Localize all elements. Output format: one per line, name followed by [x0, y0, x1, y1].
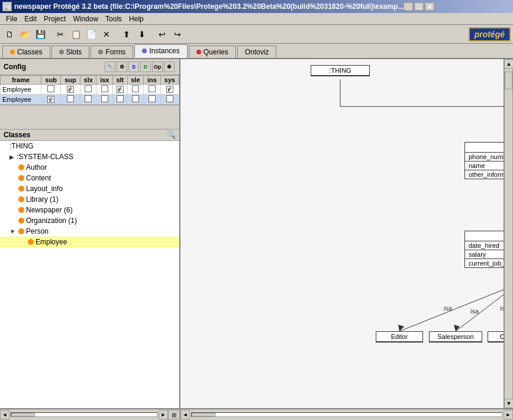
- config-btn-1[interactable]: 🔧: [105, 62, 115, 72]
- save-button[interactable]: 💾: [33, 27, 47, 41]
- vscroll-down[interactable]: ▼: [504, 399, 513, 408]
- cb-slt-0[interactable]: ✓: [117, 86, 124, 93]
- hscroll-left-btn[interactable]: ◄: [0, 410, 9, 419]
- cb-slx-1[interactable]: [85, 95, 92, 102]
- cb-sle-1[interactable]: [132, 95, 139, 102]
- config-btn-d[interactable]: D: [140, 62, 151, 72]
- config-btn-x[interactable]: ✱: [164, 62, 175, 72]
- thing-box[interactable]: :THING: [311, 65, 370, 76]
- maximize-button[interactable]: □: [414, 2, 424, 11]
- cb-sup-0[interactable]: ✓: [67, 86, 74, 93]
- menubar: File Edit Project Window Tools Help: [0, 13, 513, 25]
- tree-dot-employee: [28, 239, 34, 245]
- config-sup-0[interactable]: ✓: [61, 85, 80, 95]
- window-controls: _ □ ✕: [404, 2, 434, 11]
- menu-file[interactable]: File: [2, 14, 21, 24]
- col-sub: sub: [41, 76, 61, 85]
- tree-item-employee[interactable]: Employee: [0, 237, 179, 247]
- tab-slots[interactable]: Slots: [51, 46, 90, 58]
- move-up-button[interactable]: ⬆: [120, 27, 134, 41]
- person-box[interactable]: Person phone_number String name String o…: [464, 142, 504, 179]
- cut-button[interactable]: ✂: [53, 27, 67, 41]
- tab-instances[interactable]: Instances: [134, 44, 187, 58]
- paste-button[interactable]: 📄: [84, 27, 98, 41]
- vertical-scrollbar[interactable]: ▲ ▼: [504, 59, 513, 408]
- vscroll-track[interactable]: [504, 69, 513, 399]
- cb-sub-0[interactable]: [47, 85, 54, 92]
- config-btn-2[interactable]: ⚙: [117, 62, 127, 72]
- vscroll-up[interactable]: ▲: [504, 59, 513, 69]
- tree-item-thing[interactable]: :THING: [0, 141, 179, 151]
- menu-project[interactable]: Project: [40, 14, 69, 24]
- tab-forms[interactable]: Forms: [91, 46, 133, 58]
- person-row-2: other_information String: [465, 170, 504, 179]
- tree-item-content[interactable]: Content: [0, 173, 179, 183]
- salesperson-box[interactable]: Salesperson: [429, 331, 482, 343]
- cb-sub-1[interactable]: ✓: [47, 96, 54, 103]
- config-row-1: Employee ✓: [1, 95, 179, 105]
- hscroll-right[interactable]: ◄ ►: [180, 409, 513, 420]
- svg-marker-9: [398, 325, 404, 331]
- person-attr-2: other_information: [465, 170, 504, 179]
- hscroll-right-track[interactable]: [191, 412, 502, 417]
- employee-box[interactable]: Employee date_hired String salary Float …: [464, 231, 504, 268]
- svg-text:isa: isa: [470, 308, 479, 315]
- columnist-box[interactable]: Columnist: [488, 331, 504, 343]
- tree-item-library[interactable]: Library (1): [0, 194, 179, 205]
- config-btn-s[interactable]: S: [128, 62, 139, 72]
- cb-sys-1[interactable]: [166, 95, 173, 102]
- open-button[interactable]: 📂: [18, 27, 32, 41]
- forms-tab-icon: [98, 50, 103, 54]
- new-button[interactable]: 🗋: [2, 27, 17, 41]
- config-sub-0[interactable]: [41, 85, 61, 95]
- cb-isx-1[interactable]: [101, 95, 108, 102]
- tab-classes[interactable]: Classes: [2, 46, 50, 58]
- expand-btn[interactable]: ⊞: [168, 410, 180, 419]
- tree-item-layout[interactable]: Layout_info: [0, 183, 179, 194]
- close-button[interactable]: ✕: [425, 2, 434, 11]
- minimize-button[interactable]: _: [404, 2, 413, 11]
- cb-ins-1[interactable]: [149, 95, 156, 102]
- hscroll-left-track[interactable]: [11, 412, 157, 417]
- classes-search-icon[interactable]: 🔍: [167, 131, 176, 139]
- col-slx: slx: [80, 76, 96, 85]
- copy-button[interactable]: 📋: [69, 27, 83, 41]
- tree-item-newspaper[interactable]: Newspaper (6): [0, 205, 179, 215]
- menu-window[interactable]: Window: [69, 14, 102, 24]
- hscroll-left[interactable]: ◄ ► ⊞: [0, 409, 180, 420]
- tab-queries[interactable]: Queries: [189, 46, 236, 58]
- tree-label-org: Organization (1): [26, 217, 77, 225]
- hscroll-right-thumb[interactable]: [192, 413, 215, 416]
- tree-item-organization[interactable]: Organization (1): [0, 215, 179, 226]
- menu-help[interactable]: Help: [125, 14, 147, 24]
- delete-button[interactable]: ✕: [99, 27, 114, 41]
- tree-item-system-class[interactable]: ▶ :SYSTEM-CLASS: [0, 151, 179, 162]
- editor-box[interactable]: Editor: [376, 331, 423, 343]
- diagram-panel[interactable]: isa isa isa isa isa: [180, 59, 504, 408]
- menu-tools[interactable]: Tools: [102, 14, 125, 24]
- window-title: newspaper Protégé 3.2 beta (file:C:\Prog…: [14, 2, 404, 11]
- cb-sys-0[interactable]: ✓: [166, 86, 173, 93]
- cb-ins-0[interactable]: [149, 85, 156, 92]
- tab-ontoviz-label: Ontoviz: [245, 48, 269, 56]
- config-btn-op[interactable]: Op: [152, 62, 163, 72]
- move-down-button[interactable]: ⬇: [135, 27, 149, 41]
- hscroll-right-right-btn[interactable]: ►: [504, 410, 513, 419]
- hscroll-right-left-btn[interactable]: ◄: [180, 410, 190, 419]
- menu-edit[interactable]: Edit: [21, 14, 40, 24]
- hscroll-left-thumb[interactable]: [11, 413, 35, 416]
- redo-button[interactable]: ↪: [170, 27, 185, 41]
- cb-isx-0[interactable]: [101, 85, 108, 92]
- col-sle: sle: [127, 76, 144, 85]
- undo-button[interactable]: ↩: [155, 27, 169, 41]
- hscroll-right-btn[interactable]: ►: [159, 410, 168, 419]
- vscroll-thumb[interactable]: [505, 72, 512, 89]
- tab-ontoviz[interactable]: Ontoviz: [237, 46, 277, 58]
- tree-item-author[interactable]: Author: [0, 162, 179, 173]
- tree-item-person[interactable]: ▼ Person: [0, 226, 179, 237]
- instances-tab-icon: [142, 49, 147, 53]
- cb-slt-1[interactable]: [117, 95, 124, 102]
- cb-sle-0[interactable]: [132, 85, 139, 92]
- cb-sup-1[interactable]: [67, 95, 74, 102]
- cb-slx-0[interactable]: [85, 85, 92, 92]
